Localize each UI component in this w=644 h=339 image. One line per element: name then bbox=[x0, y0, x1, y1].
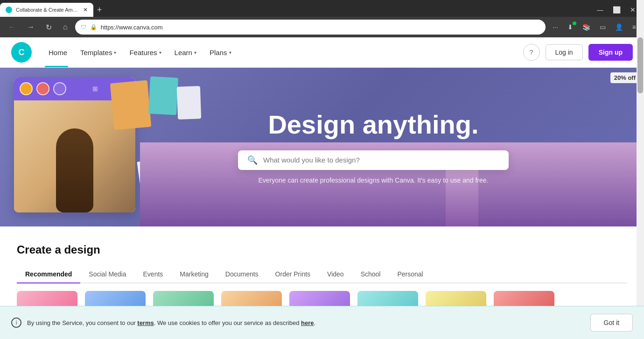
tab-personal[interactable]: Personal bbox=[389, 266, 431, 283]
tab-documents[interactable]: Documents bbox=[217, 266, 267, 283]
scrollbar[interactable] bbox=[637, 0, 644, 339]
home-button[interactable]: ⌂ bbox=[59, 21, 71, 33]
lock-icon: 🔒 bbox=[90, 24, 97, 30]
maximize-button[interactable]: ⬜ bbox=[608, 4, 625, 15]
scrollbar-thumb[interactable] bbox=[637, 37, 643, 93]
window-controls: — ⬜ ✕ bbox=[588, 4, 644, 15]
nav-item-plans[interactable]: Plans ▾ bbox=[204, 45, 237, 60]
plans-chevron-icon: ▾ bbox=[229, 50, 231, 55]
browser-toolbar: ← → ↻ ⌂ 🛡 🔒 ··· ⬇ 📚 ▭ 👤 ≡ bbox=[0, 17, 644, 37]
browser-tab-bar: Collaborate & Create Amazing ✕ + — ⬜ ✕ bbox=[0, 0, 644, 17]
tab-school[interactable]: School bbox=[352, 266, 389, 283]
orange-rectangle-decoration bbox=[110, 80, 151, 130]
learn-chevron-icon: ▾ bbox=[194, 50, 196, 55]
forward-button[interactable]: → bbox=[23, 21, 38, 33]
hero-search-bar[interactable]: 🔍 bbox=[238, 150, 509, 170]
close-tab-button[interactable]: ✕ bbox=[83, 7, 88, 13]
nav-links: Home Templates ▾ Features ▾ Learn ▾ Plan… bbox=[43, 45, 237, 60]
cookie-banner: i By using the Service, you consent to o… bbox=[0, 306, 644, 339]
design-tabs: Recommended Social Media Events Marketin… bbox=[17, 266, 627, 283]
phone-person bbox=[140, 142, 238, 217]
hero-title: Design anything. bbox=[238, 110, 509, 139]
teal-rectangle-decoration bbox=[148, 76, 178, 115]
browser-chrome: Collaborate & Create Amazing ✕ + — ⬜ ✕ ←… bbox=[0, 0, 644, 37]
avatar-1 bbox=[20, 82, 33, 95]
got-it-button[interactable]: Got it bbox=[590, 314, 633, 332]
tab-marketing[interactable]: Marketing bbox=[171, 266, 217, 283]
download-button[interactable]: ⬇ bbox=[564, 21, 576, 33]
hero-content: Design anything. 🔍 Everyone can create p… bbox=[238, 110, 509, 184]
security-shield-icon: 🛡 bbox=[81, 24, 86, 30]
nav-item-learn[interactable]: Learn ▾ bbox=[169, 45, 202, 60]
cookie-info-icon: i bbox=[11, 318, 21, 328]
help-button[interactable]: ? bbox=[523, 44, 540, 61]
person-silhouette bbox=[56, 128, 93, 212]
tab-order-prints[interactable]: Order Prints bbox=[267, 266, 319, 283]
tab-recommended[interactable]: Recommended bbox=[17, 266, 80, 283]
login-button[interactable]: Log in bbox=[546, 44, 583, 60]
tab-social-media[interactable]: Social Media bbox=[80, 266, 134, 283]
white-rectangle-decoration bbox=[177, 86, 201, 120]
address-bar[interactable]: 🛡 🔒 bbox=[75, 20, 546, 35]
avatar-3 bbox=[53, 82, 66, 95]
url-input[interactable] bbox=[101, 24, 540, 31]
account-button[interactable]: 👤 bbox=[612, 21, 626, 33]
search-input[interactable] bbox=[263, 156, 499, 164]
page-content: C Home Templates ▾ Features ▾ Learn ▾ Pl… bbox=[0, 37, 644, 339]
canva-logo[interactable]: C bbox=[11, 42, 32, 63]
nav-item-features[interactable]: Features ▾ bbox=[124, 45, 167, 60]
refresh-button[interactable]: ↻ bbox=[42, 21, 56, 34]
toolbar-actions: ··· ⬇ 📚 ▭ 👤 ≡ bbox=[549, 21, 639, 33]
terms-link[interactable]: terms bbox=[137, 319, 154, 326]
templates-chevron-icon: ▾ bbox=[114, 50, 116, 55]
tab-events[interactable]: Events bbox=[135, 266, 172, 283]
nav-item-templates[interactable]: Templates ▾ bbox=[75, 45, 122, 60]
hero-subtitle: Everyone can create professional designs… bbox=[238, 177, 509, 184]
tab-favicon bbox=[6, 7, 12, 13]
sidebar-toggle-button[interactable]: ▭ bbox=[596, 21, 609, 33]
create-design-section: Create a design Recommended Social Media… bbox=[0, 226, 644, 283]
download-indicator-dot bbox=[573, 21, 576, 25]
tab-title: Collaborate & Create Amazing bbox=[16, 7, 79, 13]
signup-button[interactable]: Sign up bbox=[588, 44, 633, 61]
main-navbar: C Home Templates ▾ Features ▾ Learn ▾ Pl… bbox=[0, 37, 644, 68]
library-button[interactable]: 📚 bbox=[579, 21, 594, 33]
features-chevron-icon: ▾ bbox=[159, 50, 161, 55]
section-title: Create a design bbox=[17, 243, 627, 256]
more-options-button[interactable]: ··· bbox=[549, 21, 561, 33]
search-icon: 🔍 bbox=[247, 155, 258, 165]
back-button[interactable]: ← bbox=[5, 21, 20, 33]
new-tab-button[interactable]: + bbox=[93, 5, 106, 15]
device-copy-icon: ⊞ bbox=[92, 85, 98, 92]
cookie-text: By using the Service, you consent to our… bbox=[27, 319, 585, 326]
hero-section: ⊞ ⬆ A 20% off bbox=[0, 68, 644, 226]
active-tab[interactable]: Collaborate & Create Amazing ✕ bbox=[0, 3, 93, 17]
nav-item-home[interactable]: Home bbox=[43, 45, 73, 60]
tab-video[interactable]: Video bbox=[319, 266, 352, 283]
here-link[interactable]: here bbox=[301, 319, 314, 326]
avatar-2 bbox=[36, 82, 49, 95]
home-active-indicator bbox=[45, 66, 68, 67]
minimize-button[interactable]: — bbox=[592, 4, 608, 15]
navbar-right: ? Log in Sign up bbox=[523, 44, 633, 61]
